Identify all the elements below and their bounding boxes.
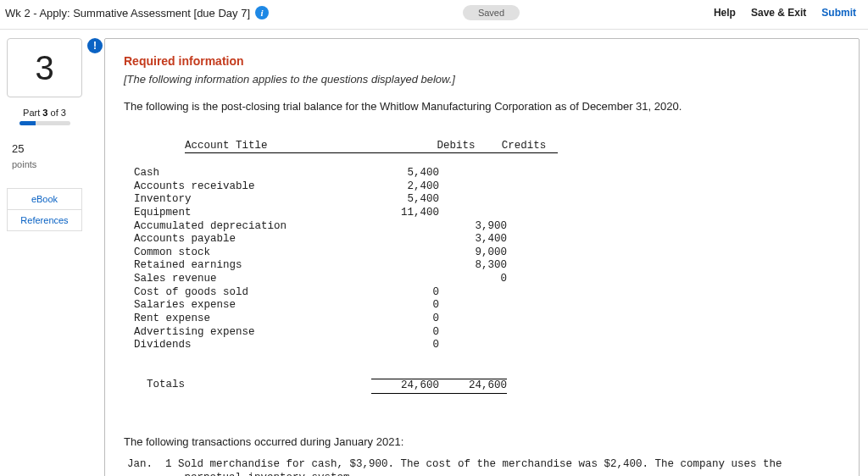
cell-title: Cost of goods sold [134,286,371,300]
cell-credit [439,286,507,300]
totals-label: Totals [134,379,371,394]
cell-debit: 0 [371,326,439,340]
table-body: Cash5,400Accounts receivable2,400Invento… [134,167,840,352]
save-exit-button[interactable]: Save & Exit [751,7,806,19]
cell-debit: 0 [371,286,439,300]
cell-credit [439,313,507,326]
cell-title: Salaries expense [134,299,371,313]
cell-debit: 0 [371,313,439,326]
cell-debit: 0 [371,339,439,352]
totals-row: Totals 24,600 24,600 [134,379,840,394]
table-row: Accumulated depreciation3,900 [134,220,840,234]
table-row: Rent expense0 [134,313,840,326]
cell-title: Equipment [134,207,371,220]
cell-credit: 8,300 [439,259,507,273]
assignment-title: Wk 2 - Apply: Summative Assessment [due … [5,7,250,19]
cell-credit [439,193,507,207]
question-number: 3 [35,49,53,87]
cell-credit: 0 [439,273,507,286]
cell-title: Common stock [134,246,371,260]
cell-title: Accounts receivable [134,180,371,194]
required-info-title: Required information [124,54,840,68]
cell-credit [439,180,507,194]
saved-indicator: Saved [463,5,520,20]
table-row: Common stock9,000 [134,246,840,260]
points-block: 25 points [7,141,82,171]
table-header-row: Account Title Debits Credits [185,140,558,154]
cell-debit: 0 [371,299,439,313]
progress-fill [19,121,36,125]
table-row: Accounts payable3,400 [134,233,840,246]
references-button[interactable]: References [7,210,82,231]
table-row: Cash5,400 [134,167,840,180]
cell-credit [439,339,507,352]
points-label: points [12,158,82,172]
cell-debit [371,259,439,273]
cell-credit [439,207,507,220]
totals-credits: 24,600 [439,379,507,394]
applies-text: [The following information applies to th… [124,73,840,86]
alert-icon[interactable]: ! [87,38,103,53]
cell-title: Advertising expense [134,326,371,340]
col-header-credits: Credits [490,140,558,153]
table-row: Inventory5,400 [134,193,840,207]
ebook-button[interactable]: eBook [7,188,82,210]
table-row: Dividends0 [134,339,840,352]
progress-bar [19,121,70,125]
table-row: Cost of goods sold0 [134,286,840,300]
cell-credit [439,167,507,180]
info-icon[interactable]: i [255,6,269,19]
cell-title: Accumulated depreciation [134,220,371,234]
col-header-debits: Debits [422,140,490,153]
cell-debit [371,233,439,246]
cell-debit: 5,400 [371,167,439,180]
part-indicator: Part 3 of 3 [7,108,82,118]
left-sidebar: 3 Part 3 of 3 25 points eBook References [0,38,89,476]
cell-title: Inventory [134,193,371,207]
cell-title: Sales revenue [134,273,371,286]
cell-debit [371,246,439,260]
main-area: 3 Part 3 of 3 25 points eBook References… [0,30,868,476]
submit-button[interactable]: Submit [821,7,856,19]
points-value: 25 [12,141,82,158]
transactions-intro: The following transactions occurred duri… [124,435,840,448]
content-area: ! Required information [The following in… [89,38,868,476]
cell-credit: 9,000 [439,246,507,260]
col-header-title: Account Title [185,140,422,153]
top-actions: Help Save & Exit Submit [714,7,856,19]
top-center: Saved [269,5,714,20]
cell-title: Accounts payable [134,233,371,246]
cell-title: Dividends [134,339,371,352]
cell-debit: 11,400 [371,207,439,220]
content-box: Required information [The following info… [104,38,860,476]
table-row: Retained earnings8,300 [134,259,840,273]
cell-debit: 5,400 [371,193,439,207]
table-row: Equipment11,400 [134,207,840,220]
trial-balance-table: Account Title Debits Credits Cash5,400Ac… [134,126,840,420]
cell-debit [371,273,439,286]
table-row: Sales revenue0 [134,273,840,286]
totals-debits: 24,600 [371,379,439,394]
cell-title: Retained earnings [134,259,371,273]
cell-debit: 2,400 [371,180,439,194]
cell-debit [371,220,439,234]
cell-title: Cash [134,167,371,180]
table-row: Advertising expense0 [134,326,840,340]
cell-credit [439,326,507,340]
question-number-box: 3 [7,38,82,97]
top-bar: Wk 2 - Apply: Summative Assessment [due … [0,0,868,30]
cell-credit: 3,900 [439,220,507,234]
table-row: Accounts receivable2,400 [134,180,840,194]
help-button[interactable]: Help [714,7,736,19]
cell-credit [439,299,507,313]
table-row: Salaries expense0 [134,299,840,313]
cell-title: Rent expense [134,313,371,326]
intro-text: The following is the post-closing trial … [124,99,840,114]
transactions-block: Jan. 1 Sold merchandise for cash, $3,900… [127,458,840,476]
cell-credit: 3,400 [439,233,507,246]
